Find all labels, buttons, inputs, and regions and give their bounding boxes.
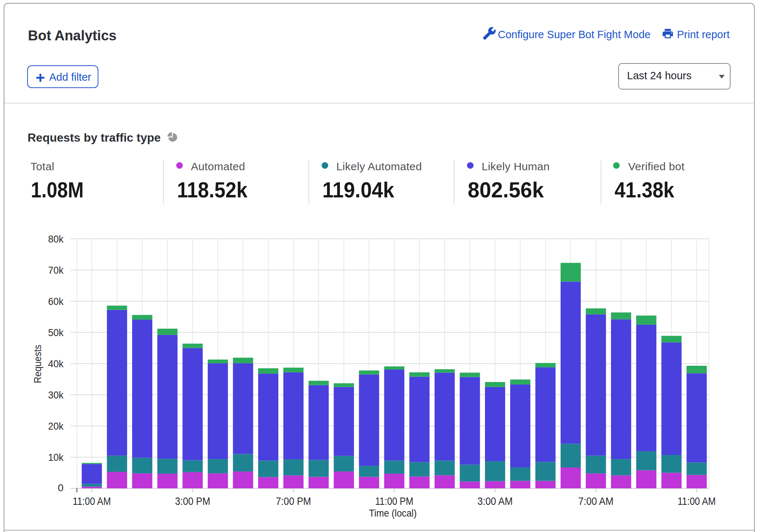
svg-text:50k: 50k	[48, 327, 64, 338]
svg-text:70k: 70k	[48, 265, 64, 276]
svg-text:30k: 30k	[48, 389, 64, 401]
svg-text:7:00 PM: 7:00 PM	[276, 495, 311, 507]
svg-text:40k: 40k	[48, 358, 64, 369]
svg-text:60k: 60k	[48, 296, 64, 307]
svg-text:10k: 10k	[48, 452, 64, 463]
svg-text:11:00 AM: 11:00 AM	[678, 495, 716, 507]
svg-text:0: 0	[58, 482, 64, 493]
svg-text:20k: 20k	[48, 420, 64, 432]
svg-text:3:00 AM: 3:00 AM	[478, 495, 513, 507]
svg-text:3:00 PM: 3:00 PM	[175, 495, 210, 507]
svg-text:Time (local): Time (local)	[369, 507, 417, 519]
svg-text:7:00 AM: 7:00 AM	[578, 495, 613, 507]
svg-text:11:00 AM: 11:00 AM	[73, 495, 111, 507]
svg-text:80k: 80k	[48, 233, 64, 245]
svg-text:11:00 PM: 11:00 PM	[375, 495, 413, 507]
svg-text:Requests: Requests	[32, 345, 43, 383]
